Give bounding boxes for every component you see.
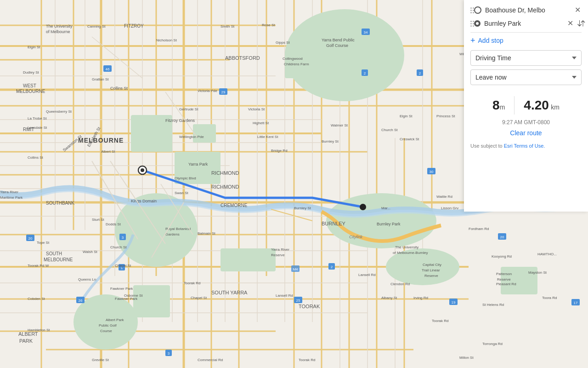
svg-rect-63 (220, 248, 276, 271)
svg-text:Burnley St: Burnley St (322, 139, 339, 144)
svg-text:Lisson Grv: Lisson Grv (441, 206, 458, 210)
svg-text:of Melbourne-Burnley: of Melbourne-Burnley (393, 251, 428, 255)
travel-mode-row: Driving Time Driving Distance Walking Ti… (470, 50, 582, 66)
svg-text:2: 2 (331, 265, 333, 269)
svg-text:Hambleton St: Hambleton St (28, 328, 50, 332)
destination-input[interactable] (484, 20, 565, 27)
svg-text:2: 2 (419, 71, 421, 75)
svg-text:Toorak Rd: Toorak Rd (299, 358, 315, 362)
terms-text: Use subject to (470, 143, 503, 149)
svg-text:La Trobe St: La Trobe St (28, 116, 47, 121)
svg-text:Yarra Park: Yarra Park (188, 162, 208, 167)
svg-text:Yarra River: Yarra River (271, 247, 289, 252)
svg-text:Greville St: Greville St (92, 358, 109, 362)
svg-text:SOUTH YARRA: SOUTH YARRA (211, 290, 248, 295)
svg-text:Golf Course: Golf Course (326, 43, 348, 48)
svg-text:Capital City: Capital City (423, 263, 441, 267)
svg-text:29: 29 (221, 90, 226, 94)
swap-origin-destination-button[interactable] (576, 18, 586, 29)
route-distance-value: 4.20 (524, 98, 549, 112)
terms-link[interactable]: Esri Terms of Use. (504, 143, 545, 149)
svg-text:Irving Rd: Irving Rd (413, 296, 428, 300)
svg-text:Mar...: Mar... (381, 206, 390, 210)
add-stop-plus-icon: + (470, 36, 475, 45)
route-time: 8m (492, 98, 505, 113)
terms-row: Use subject to Esri Terms of Use. (470, 142, 582, 150)
svg-text:Fitzroy Gardens: Fitzroy Gardens (165, 118, 195, 123)
svg-text:Fordham Rd: Fordham Rd (469, 227, 489, 231)
svg-text:Wattle Rd: Wattle Rd (436, 195, 452, 199)
svg-text:Millon St: Millon St (459, 356, 474, 360)
svg-text:Citylink: Citylink (349, 235, 363, 239)
svg-text:BURNLEY: BURNLEY (322, 221, 346, 226)
svg-text:M4: M4 (293, 267, 298, 271)
svg-text:SOUTH: SOUTH (46, 251, 62, 256)
svg-text:Lansell Rd: Lansell Rd (276, 293, 293, 298)
origin-drag-handle (470, 7, 474, 13)
svg-text:Gipps St: Gipps St (276, 40, 290, 45)
svg-text:RICHMOND: RICHMOND (211, 170, 239, 176)
svg-text:Commercial Rd: Commercial Rd (198, 358, 223, 362)
svg-text:Victoria Pde: Victoria Pde (198, 89, 218, 93)
svg-text:Course: Course (100, 329, 112, 333)
svg-text:Reserve: Reserve (497, 277, 511, 282)
svg-text:3: 3 (168, 351, 170, 356)
svg-text:34: 34 (364, 30, 368, 34)
clear-route-button[interactable]: Clear route (470, 129, 582, 137)
svg-text:Albert Park: Albert Park (106, 318, 124, 322)
svg-text:Collins St: Collins St (110, 86, 128, 91)
svg-text:Sturt St: Sturt St (92, 218, 104, 222)
svg-text:SOUTHBANK: SOUTHBANK (46, 201, 75, 206)
svg-text:Collins St: Collins St (28, 155, 44, 160)
destination-row: ✕ (470, 18, 582, 29)
svg-text:Kings Domain: Kings Domain (131, 199, 157, 203)
svg-text:Toorak Rd: Toorak Rd (184, 281, 200, 285)
svg-text:Collingwood: Collingwood (283, 57, 303, 61)
svg-text:Dodds St: Dodds St (106, 222, 121, 226)
svg-text:Chapel St: Chapel St (191, 296, 207, 300)
svg-text:Pleasant Rd: Pleasant Rd (496, 282, 516, 286)
svg-text:Yarra River: Yarra River (0, 190, 18, 194)
svg-text:Little Kent St: Little Kent St (257, 135, 278, 139)
gmt-label: 9:27 AM GMT-0800 (470, 119, 582, 126)
svg-text:Lansell Rd: Lansell Rd (358, 273, 376, 277)
svg-text:TOORAK: TOORAK (299, 304, 320, 309)
svg-text:Rose St: Rose St (262, 23, 275, 27)
destination-drag-handle (470, 21, 474, 27)
destination-clear-button[interactable]: ✕ (566, 19, 574, 28)
destination-icon (474, 20, 481, 27)
svg-text:Canning St: Canning St (87, 24, 106, 29)
svg-text:Toorak Rd W: Toorak Rd W (28, 264, 49, 268)
svg-text:WEST: WEST (23, 83, 36, 88)
svg-text:The University: The University (395, 245, 418, 249)
svg-text:FITZROY: FITZROY (124, 23, 144, 29)
svg-text:PARK: PARK (19, 338, 33, 344)
svg-text:Kooyong Rd: Kooyong Rd (492, 254, 512, 259)
route-time-unit: m (500, 104, 505, 111)
svg-point-66 (141, 168, 144, 172)
svg-text:20: 20 (500, 235, 504, 239)
svg-text:Gardens: Gardens (165, 232, 180, 236)
svg-text:Albany St: Albany St (381, 296, 397, 300)
svg-text:Mayston St: Mayston St (528, 270, 547, 275)
travel-mode-select[interactable]: Driving Time Driving Distance Walking Ti… (470, 50, 582, 66)
svg-text:Toorak Rd: Toorak Rd (432, 319, 448, 323)
origin-icon (474, 6, 481, 14)
svg-text:Nicholson St: Nicholson St (156, 38, 177, 42)
svg-text:Princess St: Princess St (436, 114, 455, 118)
svg-text:MELBOURNE: MELBOURNE (44, 257, 73, 262)
svg-text:CREMORNE: CREMORNE (220, 203, 248, 208)
svg-text:Tope St: Tope St (37, 241, 50, 245)
svg-text:Elgin St: Elgin St (28, 45, 40, 49)
svg-text:The University: The University (46, 24, 73, 29)
origin-input[interactable] (485, 6, 572, 14)
svg-text:Trail Linear: Trail Linear (422, 268, 440, 272)
depart-time-select[interactable]: Leave now Leave at Arrive by (470, 69, 582, 85)
origin-clear-button[interactable]: ✕ (574, 6, 582, 15)
svg-text:19: 19 (452, 300, 456, 305)
add-stop-button[interactable]: + Add stop (470, 36, 582, 45)
svg-text:Patterson: Patterson (496, 272, 512, 276)
svg-text:Balmain St: Balmain St (198, 231, 215, 236)
svg-text:St Helens Rd: St Helens Rd (482, 303, 504, 307)
svg-text:of Melbourne: of Melbourne (46, 29, 70, 34)
